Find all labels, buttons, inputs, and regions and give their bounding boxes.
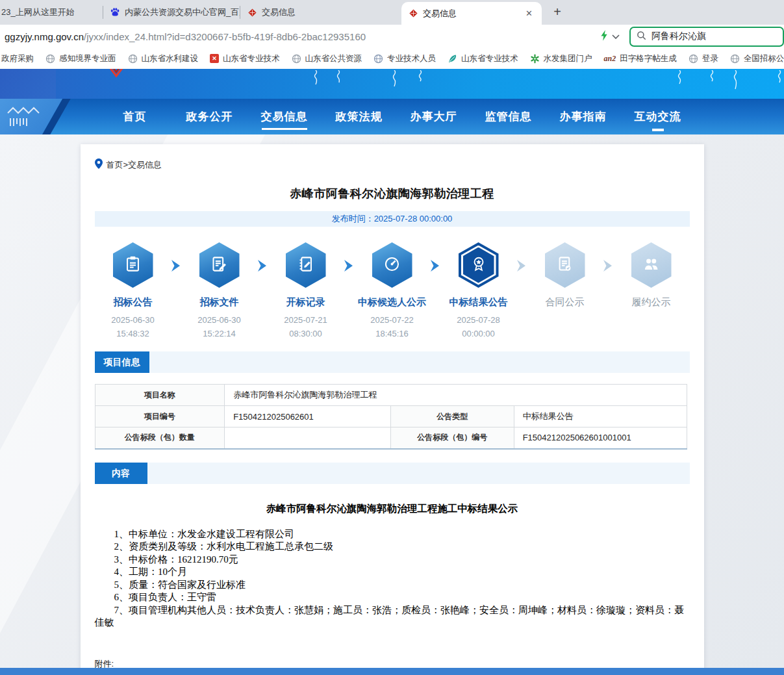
search-box[interactable]	[629, 27, 784, 47]
bookmark-label: 山东省公共资源	[305, 53, 362, 64]
mongolian-script-mark	[709, 70, 715, 84]
bookmark-item[interactable]: 水发集团门户	[524, 53, 598, 64]
page-background: 首页>交易信息 赤峰市阿鲁科尔沁旗陶海郭勒治理工程 发布时间：2025-07-2…	[0, 134, 784, 668]
globe-icon	[128, 54, 138, 64]
bookmark-label: 全国招标公告公	[744, 53, 784, 64]
document-edit-icon	[210, 255, 228, 275]
step-label: 招标文件	[200, 296, 239, 309]
url-bar: ggzyjy.nmg.gov.cn/jyxx/index_24.html?id=…	[0, 25, 784, 48]
bookmark-label: 山东省专业技术	[461, 53, 518, 64]
step-label: 履约公示	[632, 296, 671, 309]
site-logo-fragment	[108, 69, 125, 83]
search-input[interactable]	[651, 31, 762, 42]
step-time: 08:30:00	[289, 329, 322, 338]
mongolian-script-mark	[313, 70, 319, 88]
bookmark-item[interactable]: 专业技术人员	[368, 53, 442, 64]
step-hexagon	[631, 242, 672, 288]
step-date: 2025-06-30	[111, 315, 155, 325]
people-icon	[642, 255, 660, 275]
step-hexagon	[286, 242, 326, 288]
flower-icon	[530, 54, 540, 64]
section-content: 内容	[95, 463, 690, 484]
nav-item-home[interactable]: 首页	[97, 99, 172, 134]
bookmark-item[interactable]: 山东省公共资源	[286, 53, 368, 64]
nav-item-supervision[interactable]: 监管信息	[471, 99, 546, 134]
bookmark-label: 山东省专业技术	[223, 53, 280, 64]
bookmark-item[interactable]: 登录	[683, 53, 724, 64]
nav-item-trading-info[interactable]: 交易信息	[247, 99, 322, 134]
tab-title: 23_上网从这里开始	[1, 6, 75, 18]
step-performance-publicity[interactable]: 履约公示	[613, 242, 690, 338]
arrow-right-icon	[431, 260, 440, 274]
nav-item-policies[interactable]: 政策法规	[322, 99, 396, 134]
close-icon[interactable]: ✕	[523, 8, 535, 18]
step-tender-documents[interactable]: 招标文件 2025-06-30 15:22:14	[181, 242, 258, 338]
extension-bolt-button[interactable]	[600, 30, 620, 44]
section-tab-project-info: 项目信息	[95, 351, 149, 373]
clipboard-icon	[124, 255, 142, 275]
step-winning-result-announcement[interactable]: 中标结果公告 2025-07-28 00:00:00	[440, 242, 517, 338]
bolt-icon	[600, 30, 609, 44]
table-row: 项目编号 F1504212025062601 公告类型 中标结果公告	[95, 406, 687, 427]
browser-tab-active[interactable]: 交易信息 ✕	[401, 2, 542, 25]
mongolian-script-mark	[733, 70, 739, 92]
browser-tab-3[interactable]: 交易信息	[240, 0, 361, 25]
hexagon-core	[463, 248, 494, 283]
nav-item-interaction[interactable]: 互动交流	[620, 99, 695, 134]
feather-icon	[448, 54, 457, 64]
step-winning-candidate-publicity[interactable]: 中标候选人公示 2025-07-22 18:45:16	[354, 242, 431, 338]
bookmark-label: 感知境界专业面	[59, 53, 116, 64]
red-diamond-icon	[408, 8, 418, 19]
bookmark-label: 水发集团门户	[544, 53, 592, 64]
content-line: 6、项目负责人：王守雷	[95, 591, 690, 604]
step-hexagon	[113, 242, 153, 288]
mongolian-script-mark	[677, 70, 683, 87]
step-contract-publicity[interactable]: 合同公示	[527, 242, 603, 338]
mongolian-script-mark	[392, 70, 398, 90]
content-card: 首页>交易信息 赤峰市阿鲁科尔沁旗陶海郭勒治理工程 发布时间：2025-07-2…	[81, 144, 704, 668]
nav-item-service-hall[interactable]: 办事大厅	[396, 99, 471, 134]
bookmark-label: 登录	[702, 53, 718, 64]
step-label: 中标结果公告	[449, 296, 508, 309]
header-corner-decoration	[0, 69, 56, 99]
step-hexagon	[372, 242, 412, 288]
step-label: 中标候选人公示	[358, 296, 426, 309]
gauge-icon	[383, 255, 401, 275]
arrow-right-icon	[171, 260, 181, 274]
cell-project-code-value: F1504212025062601	[225, 406, 391, 427]
bookmark-item[interactable]: 全国招标公告公	[724, 53, 784, 64]
mongolian-script-mark	[336, 70, 342, 86]
breadcrumb-text[interactable]: 首页>交易信息	[107, 159, 162, 171]
red-x-icon: ✕	[210, 54, 219, 63]
bookmark-label: 山东省水利建设	[142, 53, 199, 64]
bookmark-item[interactable]: an2 田字格字帖生成	[598, 53, 683, 64]
step-bid-opening-record[interactable]: 开标记录 2025-07-21 08:30:00	[268, 242, 344, 338]
step-hexagon	[199, 242, 240, 288]
nav-menu: 首页 政务公开 交易信息 政策法规 办事大厅 监管信息 办事指南 互动交流	[97, 99, 695, 134]
bookmark-item[interactable]: 山东省水利建设	[122, 53, 205, 64]
breadcrumb: 首页>交易信息	[95, 159, 690, 171]
address-text[interactable]: ggzyjy.nmg.gov.cn/jyxx/index_24.html?id=…	[0, 31, 366, 42]
chevron-down-icon[interactable]	[611, 31, 620, 42]
browser-tab-2[interactable]: 内蒙公共资源交易中心官网_百度	[103, 0, 240, 25]
bookmark-item[interactable]: 感知境界专业面	[40, 53, 122, 64]
content-line: 7、项目管理机构其他人员：技术负责人：张慧娟；施工员：张浩；质检员：张艳峰；安全…	[95, 604, 690, 630]
cell-announcement-type-value: 中标结果公告	[514, 406, 687, 427]
an2-text-icon: an2	[604, 54, 616, 64]
bookmark-item[interactable]: 政府采购	[0, 53, 40, 64]
nav-item-guide[interactable]: 办事指南	[546, 99, 620, 134]
nav-item-gov-affairs[interactable]: 政务公开	[172, 99, 247, 134]
new-tab-button[interactable]: +	[548, 3, 566, 21]
step-tender-announcement[interactable]: 招标公告 2025-06-30 15:48:32	[95, 242, 171, 338]
bookmark-item[interactable]: 山东省专业技术	[442, 53, 524, 64]
tab-title: 交易信息	[262, 6, 296, 18]
step-label: 招标公告	[114, 296, 153, 309]
browser-tab-1[interactable]: 23_上网从这里开始	[0, 0, 103, 25]
step-hexagon-current	[459, 242, 499, 288]
section-project-info: 项目信息	[95, 351, 690, 373]
bookmark-item[interactable]: ✕ 山东省专业技术	[204, 53, 286, 64]
mongolian-script-mark	[418, 70, 424, 84]
step-time: 18:45:16	[375, 329, 409, 338]
contract-icon	[556, 255, 574, 275]
arrow-right-icon	[517, 260, 527, 274]
